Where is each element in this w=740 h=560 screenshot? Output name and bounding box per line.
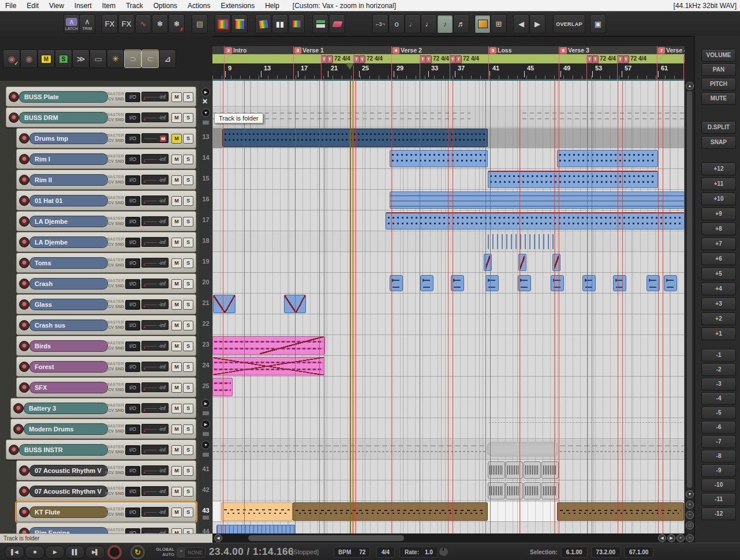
track-header-07-acoustic-rhythm-v[interactable]: 07 Acoustic Rhythm VMASTERRCV SNDI/O-inf… <box>16 460 196 480</box>
time-signature[interactable]: 4/4 <box>376 547 395 558</box>
toolbar-item-mod-wave-button[interactable]: ∿ <box>135 14 151 33</box>
marker-flag-5[interactable]: 5 <box>489 47 497 54</box>
track-name[interactable]: Crash <box>29 278 108 290</box>
repeat-button[interactable]: ↻ <box>130 545 145 559</box>
track-header-birds[interactable]: BirdsMASTERRCV SNDI/O-infMS <box>16 336 196 356</box>
volume-fader[interactable]: -inf <box>141 424 169 434</box>
volume-fader[interactable]: -inf <box>141 237 169 247</box>
mute-button[interactable]: M <box>171 404 182 414</box>
mute-button[interactable]: M <box>171 341 182 351</box>
pitch-4-button[interactable]: -4 <box>701 392 736 405</box>
menu-insert[interactable]: Insert <box>69 2 97 10</box>
record-arm-button[interactable] <box>9 445 19 455</box>
io-button[interactable]: I/O <box>125 258 140 268</box>
media-item-wave[interactable] <box>524 461 541 479</box>
marker-lane[interactable] <box>212 46 685 54</box>
timeline-ruler[interactable]: 913172125293337414549535761652Intro3Vers… <box>212 46 685 81</box>
mute-button[interactable]: M <box>171 383 182 393</box>
selection-length[interactable]: 67.1.00 <box>624 547 653 558</box>
record-arm-button[interactable] <box>19 258 29 268</box>
record-arm-button[interactable] <box>19 362 29 372</box>
toolbar-item-color-fill-button[interactable] <box>215 14 231 33</box>
play-button[interactable]: ▶ <box>45 546 65 559</box>
record-arm-button[interactable] <box>19 175 29 185</box>
toolbar-split-items-button[interactable]: ▮▮ <box>272 14 288 33</box>
action-mute-button[interactable]: MUTE <box>701 92 736 105</box>
volume-fader[interactable]: -inf <box>141 362 169 371</box>
media-item-crash[interactable] <box>582 275 596 291</box>
hscroll-handle[interactable] <box>248 535 404 541</box>
media-item-wave[interactable] <box>541 482 559 499</box>
mute-button[interactable]: M <box>171 424 182 434</box>
record-arm-button[interactable] <box>9 92 19 102</box>
pitch-1-button[interactable]: +1 <box>701 328 736 340</box>
pitch-6-button[interactable]: -6 <box>701 421 736 434</box>
volume-fader[interactable]: -inf <box>141 216 169 226</box>
playback-rate[interactable]: Rate:1.0 <box>399 547 438 558</box>
record-arm-button[interactable] <box>19 341 29 351</box>
media-item-pink[interactable] <box>212 336 325 355</box>
track-header-sfx[interactable]: SFXMASTERRCV SNDI/O-infMS <box>16 377 196 397</box>
media-item-glass[interactable] <box>213 295 236 313</box>
toolbar-screen-set-button[interactable]: ▣ <box>590 14 606 33</box>
tracktool-rec-arm-check-button[interactable]: ◉✓ <box>3 50 20 68</box>
menu-track[interactable]: Track <box>121 2 148 10</box>
track-header-buss-instr[interactable]: BUSS INSTRMASTERRCV SNDI/O-infMS <box>6 439 196 460</box>
tracktool-solo-all-button[interactable]: S <box>55 50 72 68</box>
marker-flag-7[interactable]: 7 <box>657 47 666 54</box>
tracktool-rec-arm-button[interactable]: ◉ <box>20 50 38 68</box>
mute-button[interactable]: M <box>171 508 182 517</box>
menu-view[interactable]: View <box>44 2 69 10</box>
folder-collapse-icon[interactable]: ▼ <box>201 108 210 117</box>
solo-button[interactable]: S <box>183 321 193 330</box>
pitch-10-button[interactable]: -10 <box>701 479 736 491</box>
rate-knob[interactable] <box>439 547 449 557</box>
transport-position-display[interactable]: 23.4.00 / 1:14.166 <box>209 546 294 558</box>
toolbar-duplicate-blocks-button[interactable] <box>312 14 328 33</box>
vscroll-button-icon[interactable]: − <box>686 511 694 519</box>
solo-button[interactable]: S <box>183 300 193 310</box>
toolbar-paint-select-button[interactable] <box>289 14 305 33</box>
track-name[interactable]: Rim II <box>29 174 108 186</box>
pitch-8-button[interactable]: +8 <box>701 223 736 235</box>
toolbar-grid-triplet-button[interactable]: ⌐3¬ <box>372 14 388 33</box>
io-button[interactable]: I/O <box>125 113 140 123</box>
pitch-7-button[interactable]: -7 <box>701 435 736 448</box>
io-button[interactable]: I/O <box>125 217 140 227</box>
tempo-marker[interactable]: T <box>327 55 333 63</box>
vertical-scrollbar[interactable]: ▲▼+−□ <box>685 81 694 533</box>
solo-button[interactable]: S <box>183 175 193 185</box>
hscroll-button-icon[interactable]: + <box>677 534 685 542</box>
vscroll-button-icon[interactable]: □ <box>686 521 694 529</box>
rate-value[interactable]: 1.0 <box>425 549 433 555</box>
vscroll-button-icon[interactable]: + <box>686 501 694 509</box>
track-name[interactable]: Forest <box>29 361 108 373</box>
action-pitch-button[interactable]: PITCH <box>701 78 736 91</box>
tempo-marker[interactable]: T <box>592 55 599 63</box>
marker-flag-3[interactable]: 3 <box>294 47 302 54</box>
mute-button[interactable]: M <box>171 113 182 123</box>
record-arm-button[interactable] <box>9 112 19 123</box>
solo-button[interactable]: S <box>183 528 193 533</box>
io-button[interactable]: I/O <box>125 321 140 330</box>
tempo-marker[interactable]: T <box>425 55 432 63</box>
media-item-crash[interactable] <box>485 275 499 291</box>
track-name[interactable]: BUSS INSTR <box>19 444 108 456</box>
mute-button[interactable]: M <box>171 300 182 310</box>
volume-fader[interactable]: -inf <box>141 382 169 392</box>
record-arm-button[interactable] <box>19 279 29 289</box>
tracktool-fade-curve-right-button[interactable]: ⊂ <box>141 50 159 68</box>
record-arm-button[interactable] <box>19 507 29 517</box>
vscroll-handle[interactable] <box>687 91 692 488</box>
solo-button[interactable]: S <box>183 487 193 497</box>
bpm-control[interactable]: BPM72 <box>334 547 370 558</box>
mute-button[interactable]: M <box>171 217 182 227</box>
action-snap-button[interactable]: SNAP <box>701 136 736 149</box>
io-button[interactable]: I/O <box>125 508 140 517</box>
toolbar-automation-trim-button[interactable]: ∧TRIM <box>79 14 95 33</box>
stop-button[interactable]: ■ <box>25 546 44 559</box>
hscroll-button-icon[interactable]: − <box>686 534 694 542</box>
media-item-midi-dense[interactable] <box>390 150 488 167</box>
track-header-toms[interactable]: TomsMASTERRCV SNDI/O-infMS <box>16 253 196 273</box>
action-volume-button[interactable]: VOLUME <box>701 49 736 62</box>
